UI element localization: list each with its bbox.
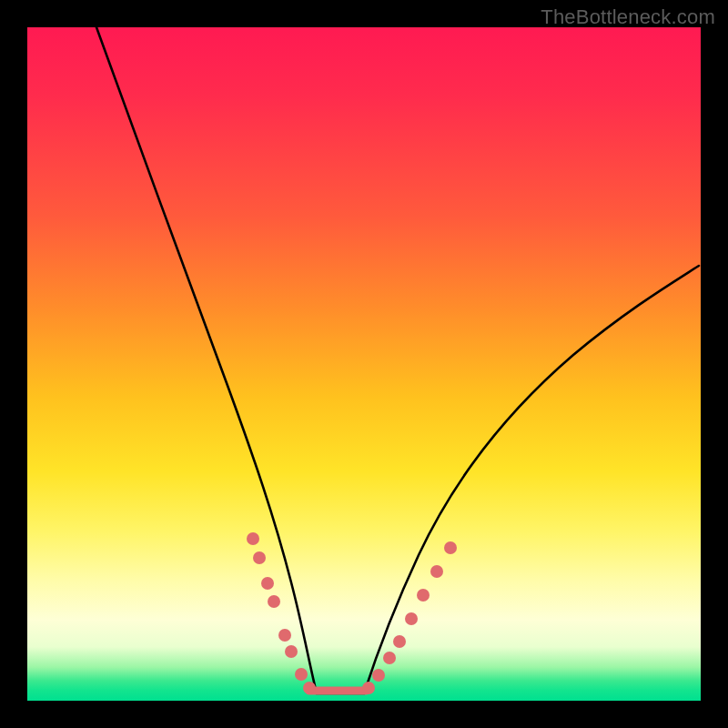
watermark-text: TheBottleneck.com xyxy=(541,5,715,29)
marker-dot xyxy=(303,682,316,694)
marker-dot xyxy=(444,541,457,554)
bottleneck-curve xyxy=(96,27,699,693)
marker-dot xyxy=(383,652,396,664)
right-series-markers xyxy=(362,541,457,694)
marker-dot xyxy=(372,669,385,682)
marker-dot xyxy=(430,565,443,578)
marker-dot xyxy=(253,551,266,564)
marker-dot xyxy=(362,682,375,694)
curve-layer xyxy=(27,27,701,701)
marker-dot xyxy=(278,629,291,642)
marker-dot xyxy=(261,577,274,590)
marker-dot xyxy=(405,612,418,625)
plot-area xyxy=(27,27,701,701)
marker-dot xyxy=(268,595,280,608)
marker-dot xyxy=(417,589,430,602)
marker-dot xyxy=(295,668,308,681)
marker-dot xyxy=(247,532,259,545)
marker-dot xyxy=(393,635,406,648)
chart-canvas: TheBottleneck.com xyxy=(0,0,728,728)
marker-dot xyxy=(285,645,298,658)
left-series-markers xyxy=(247,532,316,694)
